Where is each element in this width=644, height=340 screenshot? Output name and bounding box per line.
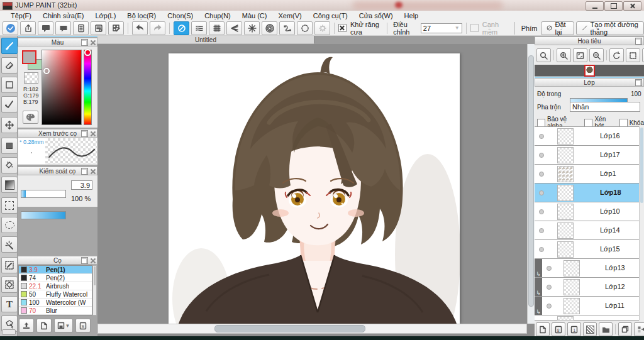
menu-snap[interactable]: Chụp(N) (199, 12, 236, 19)
brush-row[interactable]: 70Blur (19, 307, 92, 315)
transparent-color-swatch[interactable] (24, 72, 38, 84)
redo-button[interactable] (150, 21, 165, 35)
move-tool[interactable] (1, 117, 18, 133)
menu-color[interactable]: Màu (C) (236, 12, 273, 19)
brush-list-header[interactable]: Cọ (18, 256, 97, 265)
bucket-tool[interactable] (1, 157, 18, 173)
undo-button[interactable] (132, 21, 148, 35)
visibility-dot[interactable] (539, 247, 544, 252)
layer-row[interactable]: Lớp1 (535, 165, 639, 184)
vanishing-point-button[interactable] (226, 21, 242, 35)
saturation-value-picker[interactable] (42, 50, 82, 125)
lock-checkbox[interactable] (619, 119, 628, 127)
navigator-header[interactable]: Hoa tiêu (535, 36, 644, 45)
tool-strip-grip[interactable] (2, 329, 16, 335)
brush-size-value[interactable]: 3.9 (71, 180, 92, 190)
popout-icon[interactable] (81, 168, 88, 175)
brush-row[interactable]: 22.1Airbrush (19, 282, 92, 290)
chat-button[interactable] (55, 21, 71, 35)
brush-save-button[interactable]: ▼ (54, 319, 73, 332)
symmetry-settings-button[interactable] (314, 21, 330, 35)
polyline-tool[interactable] (1, 96, 18, 112)
brush-preview-header[interactable]: Xem trước cọ (18, 129, 97, 138)
zoom-reset-button[interactable] (536, 48, 551, 62)
brush-row[interactable]: 74Pen(2) (19, 274, 92, 282)
layer-row[interactable]: Lớp15 (535, 240, 639, 259)
menu-window[interactable]: Cửa sổ(W) (353, 12, 399, 19)
zoom-in-button[interactable] (557, 48, 571, 62)
brush-row[interactable]: 3.9Pen(1) (19, 266, 92, 274)
layer-row-clipped[interactable]: ↳Lớp12 (535, 278, 639, 297)
brush-script-button[interactable]: S (75, 319, 91, 332)
brush-opacity-slider[interactable] (21, 211, 66, 219)
close-button[interactable] (623, 1, 641, 11)
layer-row[interactable]: Lớp14 (535, 221, 639, 240)
close-icon[interactable] (90, 258, 96, 263)
cloud-sync-button[interactable] (3, 21, 18, 35)
new-folder-button[interactable] (599, 322, 613, 336)
palette-button[interactable] (23, 111, 38, 124)
drawing-canvas[interactable] (169, 53, 460, 324)
new-1bit-layer-button[interactable]: 1 (567, 322, 581, 336)
grid-ruler-button[interactable] (209, 21, 225, 35)
straight-line-button[interactable]: Tạo một đường thẳng (576, 21, 644, 35)
visibility-dot[interactable] (547, 285, 552, 290)
canvas-vertical-scrollbar[interactable] (527, 44, 535, 324)
comment-button[interactable] (38, 21, 53, 35)
menu-help[interactable]: Help (399, 12, 425, 19)
menu-edit[interactable]: Chỉnh sửa(E) (37, 12, 89, 19)
primary-color-swatch[interactable] (22, 50, 36, 64)
menu-filter[interactable]: Bộ lọc(R) (121, 12, 162, 19)
visibility-dot[interactable] (539, 209, 544, 214)
minimize-button[interactable] (586, 1, 604, 11)
protect-alpha-checkbox[interactable] (537, 119, 545, 127)
visibility-dot[interactable] (547, 304, 552, 309)
vertical-scroll-thumb[interactable] (528, 55, 534, 307)
document-button[interactable] (73, 21, 89, 35)
visibility-dot[interactable] (539, 172, 544, 177)
merge-layer-button[interactable] (634, 322, 644, 336)
document-tab[interactable]: Untitled (97, 36, 314, 44)
radial-ruler-button[interactable] (244, 21, 260, 35)
share-button[interactable] (20, 21, 36, 35)
brush-size-slider[interactable] (21, 190, 66, 198)
new-8bit-layer-button[interactable]: 8 (552, 322, 565, 336)
layers-header[interactable]: Lớp (535, 78, 644, 87)
visibility-dot[interactable] (539, 134, 544, 139)
layer-list-scrollbar[interactable] (639, 126, 644, 320)
select-eraser-tool[interactable] (1, 277, 18, 293)
horizontal-scroll-thumb[interactable] (214, 325, 365, 332)
popout-icon[interactable] (635, 79, 642, 86)
shape-tool[interactable] (1, 77, 18, 93)
visibility-dot[interactable] (539, 153, 544, 158)
magic-wand-tool[interactable] (1, 236, 18, 253)
sv-cursor[interactable] (43, 68, 50, 74)
fill-rect-tool[interactable] (1, 138, 18, 154)
zoom-out-button[interactable] (589, 48, 604, 62)
reset-button[interactable]: Đặt lại (541, 21, 574, 35)
canvas-horizontal-scrollbar[interactable] (97, 324, 527, 334)
eraser-tool[interactable] (1, 57, 18, 74)
concentric-ruler-button[interactable] (262, 21, 277, 35)
ellipse-ruler-button[interactable] (297, 21, 313, 35)
clip-checkbox[interactable] (584, 119, 592, 127)
layer-row-partial[interactable] (535, 315, 639, 321)
layer-scroll-thumb[interactable] (640, 128, 643, 203)
hue-bar[interactable] (84, 50, 92, 125)
no-symmetry-button[interactable] (174, 21, 189, 35)
menu-tools[interactable]: Công cụ(T) (308, 12, 353, 19)
layer-row[interactable]: Lớp10 (535, 202, 639, 221)
select-pen-tool[interactable] (1, 257, 18, 273)
visibility-dot[interactable] (539, 190, 544, 195)
blend-combobox[interactable]: Nhân (570, 102, 640, 112)
panel-settings-button[interactable] (91, 21, 106, 35)
grid-edit-button[interactable] (108, 21, 124, 35)
menu-select[interactable]: Chọn(S) (162, 12, 199, 19)
brush-row[interactable]: 50Fluffy Watercol (19, 290, 92, 299)
parallel-ruler-button[interactable] (191, 21, 207, 35)
rotate-reset-button[interactable] (626, 48, 640, 62)
new-layer-button[interactable] (536, 322, 550, 336)
layer-row-clipped[interactable]: ↳Lớp11 (535, 297, 639, 315)
close-icon[interactable] (90, 40, 96, 45)
navigator-preview-strip[interactable] (535, 65, 644, 76)
